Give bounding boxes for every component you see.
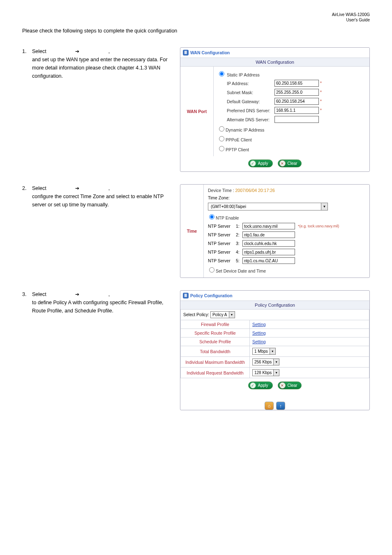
radio-manual-input[interactable] [209,267,214,273]
ntp-server-index: 2: [236,232,241,237]
select-policy-line: Select Policy: Policy A ▼ [180,310,369,320]
radio-dynamic-input[interactable] [219,126,224,132]
arrow-icon: ➔ [48,185,107,192]
bandwidth-value: 128 Kbps [253,370,273,375]
ntp-server-input[interactable] [242,240,295,247]
nav-buttons: ⌂ ↑ [180,393,369,410]
wan-buttons: ✓Apply ✕Clear [180,156,369,171]
step1-body: and set up the WAN type and enter the ne… [32,56,174,80]
radio-pppoe[interactable]: PPPoE Client [215,134,368,144]
ip-input[interactable] [274,80,319,87]
apply-button[interactable]: ✓Apply [248,382,273,389]
ntp-example: *(e.g. tock.usno.navy.mil) [298,224,339,228]
step2-text: 2. Select ➔ , configure the correct Time… [22,184,174,209]
gw-input[interactable] [274,98,319,105]
up-button[interactable]: ↑ [276,402,285,410]
policy-select[interactable]: Policy A ▼ [210,311,235,318]
radio-ntp-input[interactable] [209,214,214,220]
wan-port-label: WAN Port [180,67,214,156]
adns-input[interactable] [274,116,319,123]
step3-row: 3. Select ➔ , to define Policy A with co… [22,290,370,410]
page-header: AirLive WIAS-1200G User's Guide [22,12,370,23]
policy-row-value: 256 Kbps▼ [250,357,369,368]
ntp-server-input[interactable] [242,231,295,238]
policy-panel-head: ≣ Policy Configuration [180,291,369,301]
step3-body: to define Policy A with configuring spec… [32,298,174,315]
apply-label: Apply [258,383,268,388]
bandwidth-select[interactable]: 256 Kbps▼ [252,358,279,365]
panel-icon: ≣ [183,293,189,298]
device-time-value: 2007/06/04 20:17:26 [235,188,275,193]
step3-pre: Select [32,291,46,297]
set-manual-label: Set Device Date and Time [216,268,266,273]
ntp-server-index: 1: [236,224,241,229]
radio-set-manual[interactable]: Set Device Date and Time [207,265,366,275]
ntp-server-row: NTP Server5: [207,257,366,265]
bandwidth-select[interactable]: 128 Kbps▼ [252,369,279,376]
bandwidth-select[interactable]: 1 Mbps▼ [252,348,276,355]
ntp-server-label: NTP Server [208,258,234,263]
setting-link[interactable]: Setting [252,322,266,327]
ntp-server-input[interactable] [242,249,295,255]
tz-select-wrap: (GMT+08:00)Taipei ▼ [207,202,366,212]
panel-icon: ≣ [183,50,189,56]
required-star: * [320,90,322,95]
clear-label: Clear [288,161,297,166]
radio-pptp[interactable]: PPTP Client [215,144,368,154]
page: AirLive WIAS-1200G User's Guide Please c… [0,0,392,555]
radio-static-input[interactable] [219,71,224,76]
radio-pppoe-label: PPPoE Client [226,137,252,142]
policy-row-value: Setting [250,329,369,338]
required-star: * [320,108,322,113]
policy-row-label: Individual Maximum Bandwidth [181,357,250,368]
up-arrow-icon: ↑ [279,403,282,408]
doc-title: User's Guide [22,18,370,23]
step3-num: 3. [22,290,32,315]
mask-input[interactable] [274,89,319,96]
ntp-server-input[interactable] [242,223,295,229]
policy-row-label: Individual Request Bandwidth [181,368,250,378]
step1-row: 1. Select ➔ , and set up the WAN type an… [22,47,370,172]
ntp-enable-label: NTP Enable [216,215,239,220]
radio-dynamic[interactable]: Dynamic IP Address [215,124,368,134]
radio-static-label: Static IP Address [227,72,260,77]
policy-row-label: Total Bandwidth [181,346,250,357]
step2-body: configure the correct Time Zone and sele… [32,192,174,209]
wan-panel-wrap: ≣ WAN Configuration WAN Configuration WA… [180,47,370,172]
policy-row-value: Setting [250,320,369,329]
close-icon: ✕ [279,160,286,166]
tz-value: (GMT+08:00)Taipei [208,204,249,209]
home-button[interactable]: ⌂ [265,402,274,410]
clear-button[interactable]: ✕Clear [278,382,302,389]
required-star: * [320,81,322,86]
table-row: Individual Maximum Bandwidth256 Kbps▼ [181,357,369,368]
radio-ntp-enable[interactable]: NTP Enable [207,212,366,222]
setting-link[interactable]: Setting [252,339,266,344]
home-icon: ⌂ [268,403,271,408]
policy-row-label: Firewall Profile [181,320,250,329]
check-icon: ✓ [250,382,256,388]
clear-button[interactable]: ✕Clear [278,160,302,167]
mask-label: Subnet Mask: [227,90,274,95]
apply-label: Apply [258,161,268,166]
radio-pppoe-input[interactable] [219,136,224,141]
chevron-down-icon: ▼ [270,348,275,354]
radio-static[interactable]: Static IP Address [215,69,368,79]
apply-button[interactable]: ✓Apply [248,160,273,167]
tz-label: Time Zone: [207,194,366,202]
ntp-server-input[interactable] [242,257,295,264]
tz-select[interactable]: (GMT+08:00)Taipei ▼ [208,203,328,210]
policy-row-label: Schedule Profile [181,338,250,346]
setting-link[interactable]: Setting [252,331,266,335]
wan-subtitle: WAN Configuration [180,58,369,67]
time-label: Time [180,185,204,278]
ntp-server-label: NTP Server [208,241,234,246]
wan-panel-head: ≣ WAN Configuration [180,48,369,58]
arrow-icon: ➔ [48,48,107,56]
step3-post: , [108,291,110,297]
arrow-icon: ➔ [48,291,107,298]
pdns-label: Preferred DNS Server: [227,108,274,113]
pdns-input[interactable] [274,107,319,114]
table-row: Individual Request Bandwidth128 Kbps▼ [181,368,369,378]
radio-pptp-input[interactable] [219,146,224,151]
